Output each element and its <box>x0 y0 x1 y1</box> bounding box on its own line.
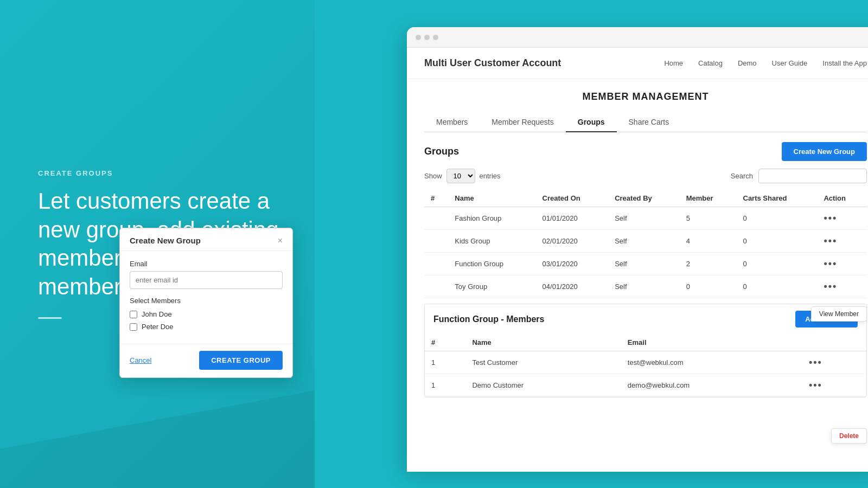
table-controls: Show 10 25 50 entries Search <box>424 169 867 183</box>
create-group-button[interactable]: CREATE GROUP <box>199 351 283 370</box>
search-area: Search <box>731 169 867 183</box>
nav-install[interactable]: Install the App <box>822 59 867 67</box>
sub-col-num: # <box>425 334 465 351</box>
row4-name: Toy Group <box>448 275 535 298</box>
select-members-label: Select Members <box>130 297 283 305</box>
browser-dot-3 <box>433 35 438 40</box>
app-title: Multi User Customer Account <box>424 57 561 69</box>
sub-row2-name: Demo Customer <box>465 374 621 397</box>
col-num: # <box>424 190 448 207</box>
app-header: Multi User Customer Account Home Catalog… <box>407 48 868 79</box>
row2-created-on: 02/01/2020 <box>536 230 609 253</box>
col-carts-shared: Carts Shared <box>737 190 818 207</box>
row1-name: Fashion Group <box>448 207 535 230</box>
row4-action-menu[interactable]: ••• <box>824 281 837 292</box>
tab-share-carts[interactable]: Share Carts <box>617 112 681 132</box>
row1-created-by: Self <box>608 207 680 230</box>
modal-overlay: Create New Group × Email Select Members … <box>119 228 293 378</box>
show-label: Show <box>424 172 442 180</box>
nav-user-guide[interactable]: User Guide <box>772 59 808 67</box>
row3-carts: 0 <box>737 253 818 275</box>
tooltip-delete[interactable]: Delete <box>831 428 867 444</box>
sub-row2-action-menu[interactable]: ••• <box>809 380 822 390</box>
col-name: Name <box>448 190 535 207</box>
left-underline <box>38 317 62 319</box>
entries-select[interactable]: 10 25 50 <box>446 169 475 183</box>
browser-topbar <box>407 27 868 48</box>
row1-member: 5 <box>680 207 737 230</box>
tabs: Members Member Requests Groups Share Car… <box>424 112 867 132</box>
app-nav: Home Catalog Demo User Guide Install the… <box>664 59 867 67</box>
row2-name: Kids Group <box>448 230 535 253</box>
sub-header: Function Group - Members Add Member <box>425 304 866 334</box>
table-row: 1 Test Customer test@webkul.com ••• <box>425 351 866 374</box>
browser-dot-1 <box>416 35 421 40</box>
sub-row2-num: 1 <box>425 374 465 397</box>
sub-col-email: Email <box>621 334 802 351</box>
row3-action-menu[interactable]: ••• <box>824 258 837 269</box>
sub-row1-name: Test Customer <box>465 351 621 374</box>
modal-email-input[interactable] <box>130 271 283 289</box>
member-checkbox-john: John Doe <box>130 310 283 318</box>
browser-dot-2 <box>424 35 430 40</box>
row2-action-menu[interactable]: ••• <box>824 235 837 246</box>
tooltip-view-member[interactable]: View Member <box>811 306 867 322</box>
nav-home[interactable]: Home <box>664 59 683 67</box>
col-created-on: Created On <box>536 190 609 207</box>
browser-window: Multi User Customer Account Home Catalog… <box>407 27 868 472</box>
row2-carts: 0 <box>737 230 818 253</box>
table-row: Function Group 03/01/2020 Self 2 0 ••• <box>424 253 867 275</box>
row3-created-on: 03/01/2020 <box>536 253 609 275</box>
left-label: CREATE GROUPS <box>38 169 282 177</box>
row4-carts: 0 <box>737 275 818 298</box>
row1-created-on: 01/01/2020 <box>536 207 609 230</box>
app-content: MEMBER MANAGEMENT Members Member Request… <box>407 79 868 397</box>
col-created-by: Created By <box>608 190 680 207</box>
groups-table: # Name Created On Created By Member Cart… <box>424 190 867 298</box>
cancel-button[interactable]: Cancel <box>130 356 151 364</box>
create-new-group-button[interactable]: Create New Group <box>782 142 867 161</box>
tab-members[interactable]: Members <box>424 112 480 132</box>
sub-section: Function Group - Members Add Member # Na… <box>424 304 867 397</box>
row3-member: 2 <box>680 253 737 275</box>
members-table: # Name Email 1 Test Customer test@webkul… <box>425 334 866 397</box>
member-checkbox-peter: Peter Doe <box>130 323 283 331</box>
search-label: Search <box>731 172 753 180</box>
modal-footer: Cancel CREATE GROUP <box>120 344 292 377</box>
table-row: Toy Group 04/01/2020 Self 0 0 ••• <box>424 275 867 298</box>
modal-title: Create New Group <box>130 236 201 245</box>
peter-doe-label: Peter Doe <box>142 323 174 331</box>
table-row: 1 Demo Customer demo@webkul.com ••• <box>425 374 866 397</box>
peter-doe-checkbox[interactable] <box>130 323 137 331</box>
sub-title: Function Group - Members <box>433 314 544 324</box>
nav-catalog[interactable]: Catalog <box>698 59 723 67</box>
row1-carts: 0 <box>737 207 818 230</box>
nav-demo[interactable]: Demo <box>738 59 757 67</box>
sub-row1-action-menu[interactable]: ••• <box>809 357 822 368</box>
section-title: MEMBER MANAGEMENT <box>424 79 867 112</box>
groups-title: Groups <box>424 146 459 157</box>
john-doe-checkbox[interactable] <box>130 311 137 318</box>
show-entries: Show 10 25 50 entries <box>424 169 501 183</box>
sub-row2-email: demo@webkul.com <box>621 374 802 397</box>
row2-member: 4 <box>680 230 737 253</box>
table-row: Kids Group 02/01/2020 Self 4 0 ••• <box>424 230 867 253</box>
modal-header: Create New Group × <box>120 228 292 251</box>
row1-action-menu[interactable]: ••• <box>824 213 837 223</box>
row3-name: Function Group <box>448 253 535 275</box>
tab-member-requests[interactable]: Member Requests <box>480 112 565 132</box>
modal-close-button[interactable]: × <box>278 236 283 245</box>
row4-created-by: Self <box>608 275 680 298</box>
tab-groups[interactable]: Groups <box>566 112 617 132</box>
col-action: Action <box>817 190 867 207</box>
john-doe-label: John Doe <box>142 310 172 318</box>
entries-label: entries <box>480 172 501 180</box>
modal-body: Email Select Members John Doe Peter Doe <box>120 251 292 344</box>
sub-row1-email: test@webkul.com <box>621 351 802 374</box>
row3-created-by: Self <box>608 253 680 275</box>
sub-col-name: Name <box>465 334 621 351</box>
search-input[interactable] <box>758 169 867 183</box>
row4-created-on: 04/01/2020 <box>536 275 609 298</box>
row4-member: 0 <box>680 275 737 298</box>
email-label: Email <box>130 260 283 268</box>
